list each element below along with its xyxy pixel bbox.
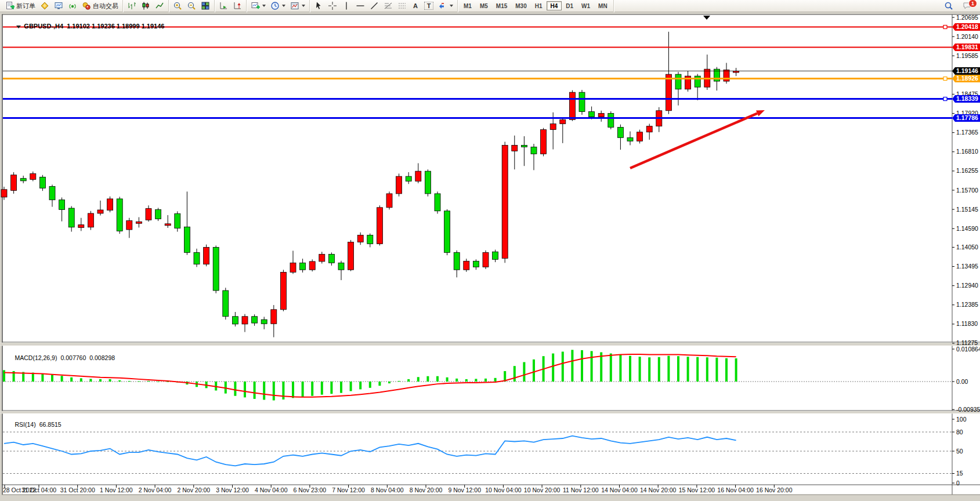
price-tick-label: 1.14050 <box>956 244 978 251</box>
candle <box>569 90 575 121</box>
chart-bars-button[interactable] <box>125 1 139 11</box>
monitor-icon <box>54 1 63 10</box>
templates-button[interactable] <box>288 1 308 11</box>
timeframe-m1-button[interactable]: M1 <box>460 1 476 10</box>
text-button[interactable]: A <box>409 1 422 11</box>
candle <box>377 205 382 245</box>
candle <box>204 245 209 267</box>
trendline-button[interactable] <box>367 1 381 11</box>
toolbar-group <box>215 0 247 12</box>
time-axis: 28 Oct 202231 Oct 04:0031 Oct 20:001 Nov… <box>3 485 793 493</box>
grid-f-icon <box>397 1 407 10</box>
market-watch-button[interactable] <box>52 1 66 11</box>
fibonacci-button[interactable] <box>381 1 395 11</box>
timeframe-h1-button[interactable]: H1 <box>531 1 547 10</box>
chart-ohlc-values: 1.19102 1.19236 1.18999 1.19146 <box>67 23 164 30</box>
price-tick-label: 1.14590 <box>956 225 978 232</box>
candle <box>223 288 229 320</box>
rsi-axis-label: 50 <box>956 448 963 455</box>
price-tag-1.18926: 1.18926 <box>952 75 980 82</box>
zoom-in-button[interactable] <box>171 1 185 11</box>
macd-value: 0.007760 <box>60 354 86 361</box>
notifications-button[interactable]: 1 <box>960 1 974 11</box>
price-tick-label: 1.20140 <box>956 33 978 40</box>
chart-symbol-period: GBPUSD-,H4 <box>24 23 63 30</box>
search-button[interactable] <box>942 1 956 11</box>
arrows-objects-button[interactable] <box>436 1 455 11</box>
candle <box>502 141 508 263</box>
toolbar-group: 新订单自动交易 <box>1 0 123 12</box>
line-handle[interactable] <box>943 77 947 81</box>
zoom-out-button[interactable] <box>185 1 198 11</box>
macd-axis-label: 0.010864 <box>956 346 980 353</box>
chevron-down-icon[interactable] <box>282 5 285 7</box>
time-tick-label: 3 Nov 12:00 <box>216 487 249 493</box>
chevron-down-icon[interactable] <box>302 5 305 7</box>
candle <box>541 128 547 157</box>
timeframe-m5-button[interactable]: M5 <box>476 1 492 10</box>
equidistant-channel-button[interactable] <box>395 1 409 11</box>
vertical-line-button[interactable] <box>339 1 353 11</box>
timeframe-d1-button[interactable]: D1 <box>562 1 577 10</box>
chart-stage: 1.206951.201401.195851.184751.179201.173… <box>0 13 980 501</box>
time-tick-label: 14 Nov 20:00 <box>640 487 677 493</box>
candle <box>579 90 585 115</box>
signals-button[interactable] <box>66 1 79 11</box>
chart-line-button[interactable] <box>153 1 167 11</box>
template-icon <box>290 1 299 10</box>
line-handle[interactable] <box>943 26 947 29</box>
auto-trading-button[interactable]: 自动交易 <box>79 1 121 11</box>
price-tick-label: 1.13495 <box>956 263 978 270</box>
cursor-icon <box>314 1 323 10</box>
periodicity-button[interactable] <box>268 1 288 11</box>
text-icon: A <box>411 2 420 9</box>
chart-shift-button[interactable] <box>230 1 244 11</box>
tile-windows-button[interactable] <box>198 1 212 11</box>
text-label-button[interactable]: T <box>422 1 436 11</box>
rsi-axis-label: 15 <box>956 470 963 477</box>
candle <box>213 245 219 293</box>
time-tick-label: 10 Nov 04:00 <box>485 487 522 493</box>
time-tick-label: 8 Nov 20:00 <box>410 487 443 493</box>
chevron-down-icon[interactable] <box>450 5 453 7</box>
svg-text:1.18926: 1.18926 <box>956 75 978 82</box>
line-handle[interactable] <box>943 97 947 101</box>
timeframe-m30-button[interactable]: M30 <box>511 1 530 10</box>
price-tag-1.19146: 1.19146 <box>952 67 980 75</box>
price-tick-label: 1.20695 <box>956 14 978 21</box>
candles-icon <box>141 1 150 10</box>
auto-scroll-button[interactable] <box>216 1 230 11</box>
timeframe-w1-button[interactable]: W1 <box>577 1 594 10</box>
chevron-down-icon[interactable] <box>262 5 266 7</box>
crosshair-button[interactable] <box>326 1 339 11</box>
chartshift-icon <box>233 1 242 10</box>
gold-button[interactable] <box>38 1 52 11</box>
symbol-collapse-icon[interactable] <box>16 26 21 28</box>
toolbar-right: 1 <box>942 1 980 11</box>
price-tick-label: 1.16810 <box>956 148 978 155</box>
chart-candles-button[interactable] <box>139 1 153 11</box>
new-chart-button[interactable] <box>248 1 268 11</box>
horizontal-line-button[interactable] <box>353 1 367 11</box>
chart-background <box>2 14 980 495</box>
time-tick-label: 2 Nov 04:00 <box>139 487 172 493</box>
time-tick-label: 16 Nov 20:00 <box>756 487 793 493</box>
cursor-button[interactable] <box>312 1 326 11</box>
zoom-in-icon <box>173 1 182 10</box>
price-tick-label: 1.19585 <box>956 52 978 59</box>
timeframe-h4-button[interactable]: H4 <box>547 1 562 10</box>
timeframe-mn-button[interactable]: MN <box>594 1 612 10</box>
time-tick-label: 31 Oct 04:00 <box>21 487 56 493</box>
new-order-label: 新订单 <box>16 2 35 10</box>
rsi-axis-label: 80 <box>956 429 963 435</box>
candle <box>348 240 354 271</box>
autoscroll-icon <box>219 1 228 10</box>
time-tick-label: 1 Nov 12:00 <box>100 487 133 493</box>
tile-icon <box>201 1 210 10</box>
panel-splitter[interactable] <box>0 343 980 346</box>
macd-axis-label: -0.009358 <box>956 406 980 413</box>
price-tag-1.19831: 1.19831 <box>952 43 980 51</box>
new-order-button[interactable]: 新订单 <box>3 1 38 11</box>
panel-splitter[interactable] <box>0 411 980 413</box>
timeframe-m15-button[interactable]: M15 <box>492 1 511 10</box>
